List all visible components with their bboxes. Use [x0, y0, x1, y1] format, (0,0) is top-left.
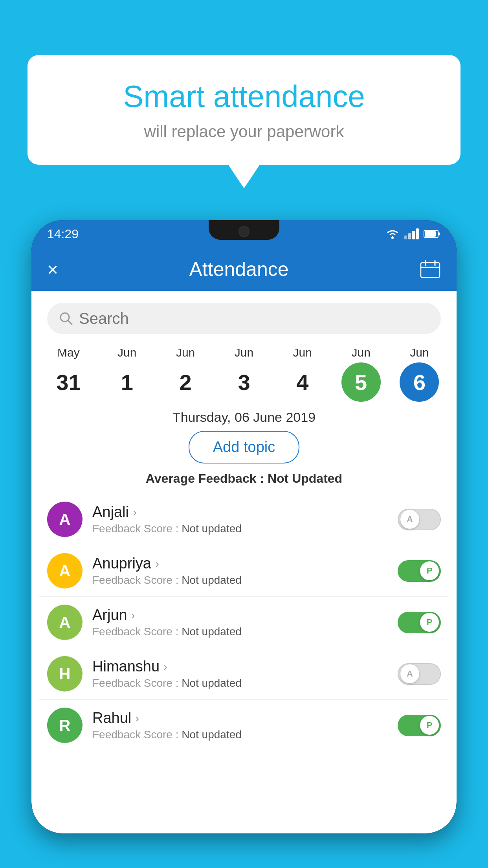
attendance-toggle[interactable]: A [398, 509, 441, 530]
student-name: Arjun › [92, 607, 398, 623]
cal-month: Jun [351, 346, 370, 359]
attendance-toggle[interactable]: P [398, 612, 441, 633]
phone-notch [209, 220, 279, 240]
student-item[interactable]: RRahul ›Feedback Score : Not updatedP [39, 700, 449, 751]
status-time: 14:29 [47, 227, 79, 241]
student-feedback: Feedback Score : Not updated [92, 625, 398, 638]
add-topic-button[interactable]: Add topic [189, 431, 299, 463]
avg-feedback-value: Not Updated [268, 471, 342, 485]
cal-date[interactable]: 2 [166, 362, 205, 402]
phone-container: 14:29 [31, 220, 457, 868]
student-name: Rahul › [92, 710, 398, 726]
student-name: Himanshu › [92, 658, 398, 675]
chevron-right-icon: › [163, 660, 167, 673]
student-item[interactable]: AAnupriya ›Feedback Score : Not updatedP [39, 545, 449, 597]
svg-line-9 [68, 320, 72, 324]
cal-date[interactable]: 1 [107, 362, 147, 402]
chevron-right-icon: › [135, 712, 139, 725]
signal-icon [404, 228, 419, 239]
student-item[interactable]: AArjun ›Feedback Score : Not updatedP [39, 597, 449, 648]
cal-month: Jun [235, 346, 253, 359]
student-item[interactable]: AAnjali ›Feedback Score : Not updatedA [39, 494, 449, 545]
student-feedback: Feedback Score : Not updated [92, 677, 398, 690]
search-input[interactable] [79, 310, 429, 327]
phone-camera [238, 226, 250, 237]
svg-rect-3 [425, 231, 436, 237]
cal-date[interactable]: 4 [283, 362, 322, 402]
avg-feedback: Average Feedback : Not Updated [31, 471, 457, 486]
student-item[interactable]: HHimanshu ›Feedback Score : Not updatedA [39, 648, 449, 700]
student-feedback: Feedback Score : Not updated [92, 728, 398, 741]
toggle-knob: P [420, 613, 439, 632]
toggle-knob: P [420, 561, 439, 580]
avatar: H [47, 656, 83, 691]
screen-content: May31Jun1Jun2Jun3Jun4Jun5Jun6 Thursday, … [31, 291, 457, 833]
avg-feedback-label: Average Feedback : [146, 471, 264, 485]
toggle-knob: A [400, 510, 419, 529]
avatar: A [47, 605, 83, 640]
toggle-knob: A [400, 664, 419, 683]
cal-date[interactable]: 5 [341, 362, 381, 402]
student-feedback: Feedback Score : Not updated [92, 522, 398, 535]
cal-date[interactable]: 3 [224, 362, 264, 402]
svg-rect-2 [438, 232, 440, 235]
calendar-day[interactable]: May31 [43, 346, 94, 402]
toggle-knob: P [420, 716, 439, 735]
calendar-icon[interactable] [420, 259, 441, 279]
svg-rect-4 [421, 263, 440, 278]
cal-month: Jun [117, 346, 136, 359]
search-bar[interactable] [47, 303, 441, 334]
status-icons [385, 228, 441, 239]
speech-bubble-title: Smart attendance [59, 79, 429, 114]
calendar-day[interactable]: Jun5 [336, 346, 387, 402]
calendar-strip: May31Jun1Jun2Jun3Jun4Jun5Jun6 [31, 342, 457, 402]
avatar: R [47, 708, 83, 743]
calendar-day[interactable]: Jun2 [160, 346, 211, 402]
avatar: A [47, 553, 83, 588]
app-bar-title: Attendance [189, 258, 289, 281]
cal-month: May [57, 346, 80, 359]
cal-month: Jun [293, 346, 312, 359]
student-list: AAnjali ›Feedback Score : Not updatedAAA… [31, 494, 457, 751]
speech-bubble-subtitle: will replace your paperwork [59, 122, 429, 141]
student-name: Anjali › [92, 504, 398, 520]
cal-date[interactable]: 31 [49, 362, 88, 402]
svg-point-0 [391, 237, 394, 239]
speech-bubble-tail [228, 165, 260, 188]
calendar-day[interactable]: Jun4 [277, 346, 328, 402]
calendar-day[interactable]: Jun6 [394, 346, 445, 402]
app-bar: × Attendance [31, 248, 457, 291]
cal-month: Jun [410, 346, 429, 359]
chevron-right-icon: › [155, 557, 159, 570]
student-info: Arjun ›Feedback Score : Not updated [92, 607, 398, 638]
speech-bubble: Smart attendance will replace your paper… [28, 55, 460, 165]
close-button[interactable]: × [47, 259, 58, 280]
cal-date[interactable]: 6 [400, 362, 439, 402]
student-info: Rahul ›Feedback Score : Not updated [92, 710, 398, 741]
student-info: Anupriya ›Feedback Score : Not updated [92, 555, 398, 587]
search-icon [59, 311, 73, 326]
wifi-icon [385, 228, 400, 239]
phone-frame: 14:29 [31, 220, 457, 833]
student-info: Anjali ›Feedback Score : Not updated [92, 504, 398, 535]
cal-month: Jun [176, 346, 195, 359]
attendance-toggle[interactable]: P [398, 715, 441, 736]
calendar-day[interactable]: Jun1 [101, 346, 152, 402]
avatar: A [47, 502, 83, 537]
speech-bubble-container: Smart attendance will replace your paper… [28, 55, 460, 188]
student-info: Himanshu ›Feedback Score : Not updated [92, 658, 398, 690]
attendance-toggle[interactable]: A [398, 663, 441, 685]
attendance-toggle[interactable]: P [398, 560, 441, 582]
student-name: Anupriya › [92, 555, 398, 572]
selected-date-label: Thursday, 06 June 2019 [31, 410, 457, 425]
student-feedback: Feedback Score : Not updated [92, 574, 398, 587]
calendar-day[interactable]: Jun3 [218, 346, 270, 402]
chevron-right-icon: › [131, 609, 135, 622]
chevron-right-icon: › [133, 506, 137, 519]
battery-icon [424, 229, 441, 239]
